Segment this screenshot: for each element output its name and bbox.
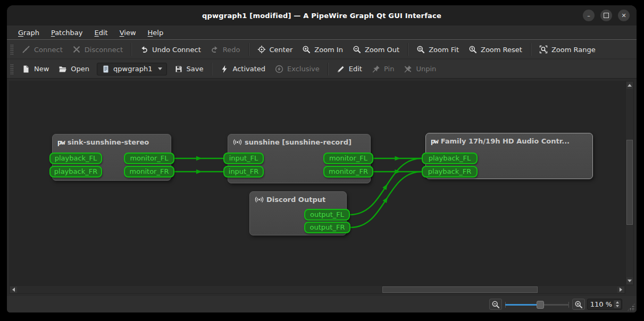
up-arrow-icon (628, 84, 632, 87)
scroll-down-button[interactable] (626, 277, 633, 284)
canvas-area: pwsink-sunshine-stereoplayback_FLplaybac… (7, 79, 637, 296)
port-sink-monitor_FR[interactable]: monitor_FR (124, 166, 174, 178)
port-sunshine-monitor_FR[interactable]: monitor_FR (323, 166, 373, 178)
zoom-slider[interactable] (505, 300, 569, 309)
statusbar-zoom-in-button[interactable] (572, 299, 585, 310)
toolbar-separator (131, 43, 132, 56)
toolbar-button-label: Undo Connect (152, 46, 201, 54)
toolbar-button-label: Save (187, 65, 204, 73)
toolbar-button-center[interactable]: Center (253, 43, 298, 56)
port-sink-playback_FL[interactable]: playback_FL (49, 153, 102, 164)
resize-grip[interactable] (627, 303, 635, 311)
toolbar-button-open[interactable]: Open (54, 62, 94, 76)
broadcast-icon (255, 196, 264, 204)
port-sunshine-input_FL[interactable]: input_FL (223, 153, 264, 164)
toolbar-button-edit[interactable]: Edit (332, 62, 367, 76)
disconnect-icon (72, 45, 81, 54)
activated-icon (220, 65, 229, 73)
toolbar-button-redo[interactable]: Redo (206, 43, 245, 56)
toolbar-separator (530, 43, 531, 56)
toolbar-button-zoom-reset[interactable]: Zoom Reset (464, 43, 527, 56)
toolbar-button-zoom-in[interactable]: Zoom In (297, 43, 348, 56)
port-sink-monitor_FL[interactable]: monitor_FL (124, 153, 174, 164)
toolbar-button-save[interactable]: Save (170, 62, 208, 76)
close-button[interactable]: ✕ (618, 10, 630, 21)
zoom-slider-handle[interactable] (537, 301, 544, 309)
up-arrow-icon (616, 301, 619, 303)
patchbay-profile-value: qpwgraph1 (113, 65, 152, 73)
down-arrow-icon (616, 305, 619, 307)
window-controls: –✕ (583, 10, 630, 21)
toolbar-button-new[interactable]: New (17, 62, 54, 76)
pipewire-icon: pw (431, 137, 438, 145)
toolbar-button-label: Zoom Reset (481, 46, 522, 54)
scroll-right-button[interactable] (617, 286, 624, 293)
toolbar-button-label: Zoom Fit (429, 46, 459, 54)
connection-arrow-icon (196, 170, 202, 174)
down-arrow-icon (628, 280, 632, 282)
spin-down-button[interactable] (614, 304, 621, 308)
toolbar-button-unpin[interactable]: Unpin (399, 62, 441, 76)
edit-icon (337, 65, 345, 73)
redo-icon (211, 45, 219, 54)
toolbar-button-label: Pin (384, 65, 394, 73)
menu-view[interactable]: View (115, 27, 141, 38)
maximize-button[interactable] (600, 10, 612, 21)
patchbay-profile-combobox[interactable]: qpwgraph1 (97, 63, 166, 75)
horizontal-scrollbar[interactable] (9, 285, 625, 294)
titlebar[interactable]: qpwgraph1 [modified] — A PipeWire Graph … (7, 5, 637, 26)
zoom-percent-spinbox[interactable]: 110 % (587, 299, 622, 310)
vertical-scroll-thumb[interactable] (626, 140, 633, 225)
menu-edit[interactable]: Edit (90, 27, 113, 38)
port-family-playback_FL[interactable]: playback_FL (422, 153, 478, 164)
new-icon (22, 65, 30, 73)
zoom-slider-fill (505, 304, 540, 306)
menu-graph[interactable]: Graph (13, 27, 44, 38)
zoom-in-icon (302, 45, 311, 54)
close-icon: ✕ (621, 13, 626, 19)
statusbar-zoom-out-button[interactable] (489, 299, 502, 310)
minimize-button[interactable]: – (583, 10, 595, 21)
port-discord-output_FL[interactable]: output_FL (304, 209, 350, 221)
toolbar-button-label: Open (71, 65, 89, 73)
port-sunshine-monitor_FL[interactable]: monitor_FL (323, 153, 373, 164)
undo-icon (140, 45, 148, 54)
toolbar-handle[interactable] (10, 44, 13, 55)
center-icon (257, 45, 266, 54)
port-discord-output_FR[interactable]: output_FR (304, 222, 350, 233)
scroll-up-button[interactable] (626, 82, 633, 89)
scroll-left-button[interactable] (10, 286, 17, 293)
chevron-down-icon (158, 67, 162, 70)
menu-patchbay[interactable]: Patchbay (46, 27, 88, 38)
connection-arrow-icon (382, 183, 389, 190)
port-sunshine-input_FR[interactable]: input_FR (223, 166, 264, 178)
toolbar-button-zoom-fit[interactable]: Zoom Fit (412, 43, 464, 56)
zoom-fit-icon (416, 45, 425, 54)
toolbar-button-zoom-out[interactable]: Zoom Out (348, 43, 404, 56)
node-title: pwFamily 17h/19h HD Audio Contr... (426, 133, 592, 145)
toolbar-button-label: Connect (34, 46, 63, 54)
graph-canvas[interactable]: pwsink-sunshine-stereoplayback_FLplaybac… (9, 81, 625, 285)
toolbar-button-pin[interactable]: Pin (367, 62, 399, 76)
node-title: pwsink-sunshine-stereo (53, 134, 171, 146)
toolbar-button-disconnect[interactable]: Disconnect (68, 43, 128, 56)
horizontal-scroll-thumb[interactable] (382, 286, 538, 293)
port-sink-playback_FR[interactable]: playback_FR (49, 166, 102, 178)
port-family-playback_FR[interactable]: playback_FR (422, 166, 478, 178)
toolbar-button-activated[interactable]: Activated (215, 62, 270, 76)
menu-help[interactable]: Help (143, 27, 169, 38)
vertical-scrollbar[interactable] (625, 81, 634, 285)
toolbar-button-exclusive[interactable]: Exclusive (270, 62, 324, 76)
unpin-icon (404, 65, 412, 73)
toolbar-handle[interactable] (10, 64, 13, 74)
connection-arrow-icon (196, 156, 202, 161)
open-icon (58, 65, 67, 73)
toolbar-patchbay: NewOpenqpwgraph1SaveActivatedExclusiveEd… (7, 60, 637, 79)
right-arrow-icon (620, 288, 622, 292)
statusbar: 110 % (7, 296, 637, 312)
zoom-reset-icon (469, 45, 477, 54)
menubar: GraphPatchbayEditViewHelp (7, 26, 637, 40)
toolbar-button-zoom-range[interactable]: Zoom Range (534, 43, 600, 56)
toolbar-button-connect[interactable]: Connect (17, 43, 68, 56)
toolbar-button-undo-connect[interactable]: Undo Connect (135, 43, 206, 56)
